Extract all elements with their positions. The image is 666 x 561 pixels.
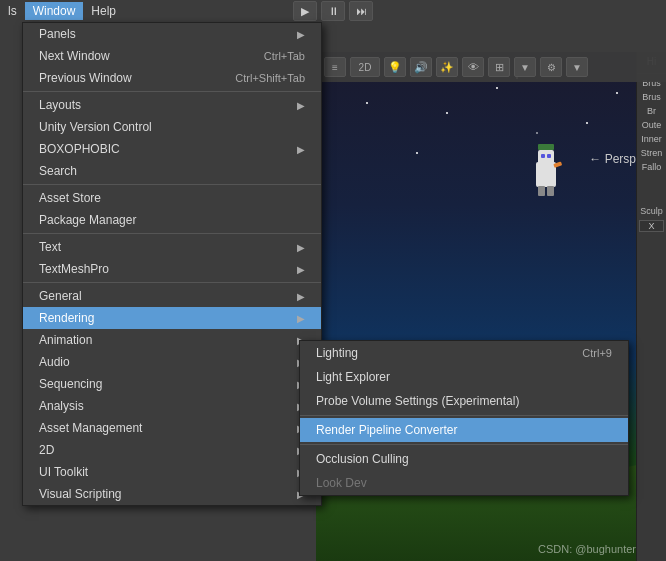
menu-item-textmeshpro-arrow: ▶ xyxy=(297,264,305,275)
menu-item-general[interactable]: General ▶ xyxy=(23,285,321,307)
menu-item-layouts-arrow: ▶ xyxy=(297,100,305,111)
submenu-item-probe-volume-label: Probe Volume Settings (Experimental) xyxy=(316,394,519,408)
inspector-x-btn[interactable]: X xyxy=(639,220,664,232)
menubar-item-help[interactable]: Help xyxy=(83,2,124,20)
sep3 xyxy=(23,233,321,234)
svg-rect-0 xyxy=(536,162,556,187)
svg-rect-5 xyxy=(547,186,554,196)
scene-audio-btn[interactable]: 🔊 xyxy=(410,57,432,77)
scene-toolbar: ≡ 2D 💡 🔊 ✨ 👁 ⊞ ▼ ⚙ ▼ xyxy=(316,52,666,82)
submenu-sep2 xyxy=(300,444,628,445)
menu-item-general-label: General xyxy=(39,289,82,303)
menu-item-package-manager[interactable]: Package Manager xyxy=(23,209,321,231)
menu-item-asset-store[interactable]: Asset Store xyxy=(23,187,321,209)
inspector-outer: Oute xyxy=(637,118,666,132)
menu-item-prev-window[interactable]: Previous Window Ctrl+Shift+Tab xyxy=(23,67,321,89)
menu-item-animation-label: Animation xyxy=(39,333,92,347)
submenu-item-occlusion[interactable]: Occlusion Culling xyxy=(300,447,628,471)
inspector-inner: Inner xyxy=(637,132,666,146)
inspector-brush-sub: Brus xyxy=(637,90,666,104)
menubar-item-window[interactable]: Window xyxy=(25,2,84,20)
perspective-label: ← Persp xyxy=(589,152,636,166)
menu-item-next-window-shortcut: Ctrl+Tab xyxy=(264,50,305,62)
svg-rect-2 xyxy=(538,144,554,150)
window-menu: Panels ▶ Next Window Ctrl+Tab Previous W… xyxy=(22,22,322,506)
menu-item-audio[interactable]: Audio ▶ xyxy=(23,351,321,373)
menu-item-boxophobic-label: BOXOPHOBIC xyxy=(39,142,120,156)
menu-item-next-window[interactable]: Next Window Ctrl+Tab xyxy=(23,45,321,67)
menu-item-panels[interactable]: Panels ▶ xyxy=(23,23,321,45)
scene-more-btn[interactable]: ▼ xyxy=(514,57,536,77)
scene-hide-btn[interactable]: 👁 xyxy=(462,57,484,77)
menu-item-prev-window-shortcut: Ctrl+Shift+Tab xyxy=(235,72,305,84)
scene-cam-btn[interactable]: ⚙ xyxy=(540,57,562,77)
menu-item-textmeshpro-label: TextMeshPro xyxy=(39,262,109,276)
menu-item-panels-label: Panels xyxy=(39,27,76,41)
play-button[interactable]: ▶ xyxy=(293,1,317,21)
svg-rect-7 xyxy=(547,154,551,158)
submenu-item-lookdev: Look Dev xyxy=(300,471,628,495)
menu-item-rendering-label: Rendering xyxy=(39,311,94,325)
submenu-item-lookdev-label: Look Dev xyxy=(316,476,367,490)
menu-item-search-label: Search xyxy=(39,164,77,178)
svg-rect-4 xyxy=(538,186,545,196)
submenu-item-light-explorer[interactable]: Light Explorer xyxy=(300,365,628,389)
submenu-item-probe-volume[interactable]: Probe Volume Settings (Experimental) xyxy=(300,389,628,413)
watermark: CSDN: @bughunter xyxy=(538,543,636,555)
sep4 xyxy=(23,282,321,283)
menu-item-general-arrow: ▶ xyxy=(297,291,305,302)
submenu-item-light-explorer-label: Light Explorer xyxy=(316,370,390,384)
menubar: ls Window Help ▶ ⏸ ⏭ xyxy=(0,0,666,22)
menu-item-package-manager-label: Package Manager xyxy=(39,213,136,227)
sep1 xyxy=(23,91,321,92)
scene-grid-btn[interactable]: ⊞ xyxy=(488,57,510,77)
submenu-item-render-pipeline[interactable]: Render Pipeline Converter xyxy=(300,418,628,442)
scene-fx-btn[interactable]: ✨ xyxy=(436,57,458,77)
menu-item-ui-toolkit-label: UI Toolkit xyxy=(39,465,88,479)
rendering-submenu: Lighting Ctrl+9 Light Explorer Probe Vol… xyxy=(299,340,629,496)
menu-item-analysis-label: Analysis xyxy=(39,399,84,413)
menu-item-visual-scripting[interactable]: Visual Scripting ▶ xyxy=(23,483,321,505)
submenu-item-occlusion-label: Occlusion Culling xyxy=(316,452,409,466)
menu-item-text-label: Text xyxy=(39,240,61,254)
inspector-sculp: Sculp xyxy=(637,204,666,218)
inspector-br-item: Br xyxy=(637,104,666,118)
menu-item-animation[interactable]: Animation ▶ xyxy=(23,329,321,351)
submenu-item-lighting-label: Lighting xyxy=(316,346,358,360)
menu-item-unity-vc[interactable]: Unity Version Control xyxy=(23,116,321,138)
menu-item-text-arrow: ▶ xyxy=(297,242,305,253)
sep2 xyxy=(23,184,321,185)
menu-item-next-window-label: Next Window xyxy=(39,49,110,63)
menu-item-asset-store-label: Asset Store xyxy=(39,191,101,205)
pause-button[interactable]: ⏸ xyxy=(321,1,345,21)
menu-item-2d[interactable]: 2D ▶ xyxy=(23,439,321,461)
menu-item-layouts[interactable]: Layouts ▶ xyxy=(23,94,321,116)
menu-item-boxophobic[interactable]: BOXOPHOBIC ▶ xyxy=(23,138,321,160)
menu-item-sequencing[interactable]: Sequencing ▶ xyxy=(23,373,321,395)
menu-item-boxophobic-arrow: ▶ xyxy=(297,144,305,155)
menu-item-text[interactable]: Text ▶ xyxy=(23,236,321,258)
menu-item-search[interactable]: Search xyxy=(23,160,321,182)
step-button[interactable]: ⏭ xyxy=(349,1,373,21)
scene-light-btn[interactable]: 💡 xyxy=(384,57,406,77)
menu-item-ui-toolkit[interactable]: UI Toolkit ▶ xyxy=(23,461,321,483)
svg-rect-1 xyxy=(538,150,554,164)
right-panel: Hi Brus Brus Br Oute Inner Stren Fallo S… xyxy=(636,52,666,561)
scene-settings-btn[interactable]: ≡ xyxy=(324,57,346,77)
submenu-item-lighting[interactable]: Lighting Ctrl+9 xyxy=(300,341,628,365)
menu-item-visual-scripting-label: Visual Scripting xyxy=(39,487,122,501)
menu-item-rendering[interactable]: Rendering ▶ xyxy=(23,307,321,329)
menubar-item-ls[interactable]: ls xyxy=(0,2,25,20)
menu-item-rendering-arrow: ▶ xyxy=(297,313,305,324)
inspector-falloff: Fallo xyxy=(637,160,666,174)
menu-item-textmeshpro[interactable]: TextMeshPro ▶ xyxy=(23,258,321,280)
menu-item-panels-arrow: ▶ xyxy=(297,29,305,40)
menu-item-2d-label: 2D xyxy=(39,443,54,457)
menu-item-audio-label: Audio xyxy=(39,355,70,369)
menu-item-asset-management[interactable]: Asset Management ▶ xyxy=(23,417,321,439)
menu-item-asset-management-label: Asset Management xyxy=(39,421,142,435)
submenu-sep1 xyxy=(300,415,628,416)
menu-item-analysis[interactable]: Analysis ▶ xyxy=(23,395,321,417)
scene-2d-btn[interactable]: 2D xyxy=(350,57,380,77)
scene-extra-btn[interactable]: ▼ xyxy=(566,57,588,77)
